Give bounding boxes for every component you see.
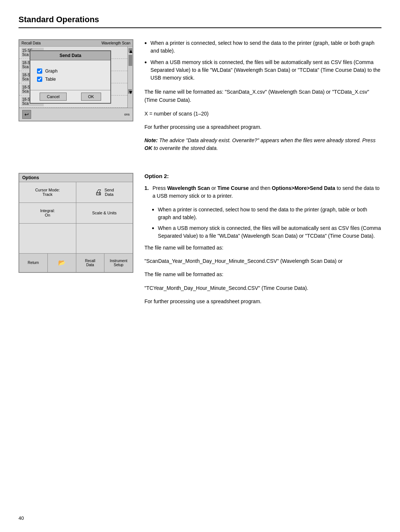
bottom-left-panel: Options Cursor Mode:Track 🖨 SendData Int…: [19, 173, 133, 311]
options-header: Options: [19, 174, 133, 182]
wavelength-label: Wavelength Scan: [101, 41, 130, 45]
options-footer: Return 📂 RecallData InstrumentSetup: [19, 254, 133, 272]
scrollbar[interactable]: ▲ ▼: [127, 47, 133, 108]
page-title: Standard Operations: [19, 15, 99, 24]
bottom-right-panel: Option 2: 1. Press Wavelength Scan or Ti…: [144, 173, 381, 311]
send-data-cell[interactable]: 🖨 SendData: [76, 182, 133, 203]
cursor-mode-cell[interactable]: Cursor Mode:Track: [19, 182, 76, 203]
sub-bullet-1: When a printer is connected, select how …: [152, 206, 381, 221]
back-arrow-button[interactable]: ↩: [22, 110, 31, 119]
top-para-3: For further processing use a spreadsheet…: [144, 123, 381, 131]
page-number: 40: [19, 515, 24, 521]
scroll-down[interactable]: ▼: [128, 89, 132, 94]
empty-cell-1: [19, 224, 76, 253]
dialog-body: Graph Table: [30, 60, 110, 90]
empty-cell-2: [76, 224, 133, 253]
graph-label: Graph: [45, 68, 57, 74]
screen-bottom-bar: ↩ ons: [19, 108, 133, 121]
return-label: Return: [28, 261, 39, 265]
note-bold: Note:: [144, 137, 158, 143]
bullet-item-1: When a printer is connected, select how …: [144, 39, 381, 55]
top-bullet-list: When a printer is connected, select how …: [144, 39, 381, 82]
sub-bullet-2-text: When a USB memory stick is connected, th…: [158, 224, 381, 240]
table-label: Table: [45, 77, 56, 82]
graph-checkbox[interactable]: [37, 68, 42, 74]
sub-bullet-1-text: When a printer is connected, select how …: [158, 206, 381, 221]
step-1: 1. Press Wavelength Scan or Time Course …: [144, 184, 381, 200]
integral-cell[interactable]: Integral:On: [19, 203, 76, 223]
sub-bullet-list: When a printer is connected, select how …: [152, 206, 381, 240]
scale-units-cell[interactable]: Scale & Units: [76, 203, 133, 223]
numbered-list: 1. Press Wavelength Scan or Time Course …: [144, 184, 381, 200]
note-text: Note: The advice "Data already exist. Ov…: [144, 137, 381, 152]
bottom-para-5: For further processing use a spreadsheet…: [144, 297, 381, 305]
cursor-mode-label: Cursor Mode:Track: [35, 188, 60, 197]
folder-icon: 📂: [58, 259, 66, 266]
option2-header: Option 2:: [144, 173, 381, 179]
bottom-para-2: "ScanData_Year_Month_Day_Hour_Minute_Sec…: [144, 257, 381, 265]
instrument-setup-button[interactable]: InstrumentSetup: [104, 254, 133, 272]
bullet-2-text: When a USB memory stick is connected, th…: [150, 58, 381, 82]
recall-data-button[interactable]: RecallData: [76, 254, 104, 272]
sub-bullet-2: When a USB memory stick is connected, th…: [152, 224, 381, 240]
instrument-setup-label: InstrumentSetup: [110, 259, 127, 267]
ok-button[interactable]: OK: [81, 93, 101, 101]
options-grid: Cursor Mode:Track 🖨 SendData Integral:On…: [19, 182, 133, 254]
folder-button[interactable]: 📂: [48, 254, 76, 272]
send-icon: 🖨: [95, 188, 102, 197]
scale-units-label: Scale & Units: [92, 211, 117, 215]
bullet-item-2: When a USB memory stick is connected, th…: [144, 58, 381, 82]
top-section: Recall Data Wavelength Scan 15-SESca 18-…: [19, 39, 381, 160]
dialog-title: Send Data: [30, 51, 110, 60]
table-checkbox[interactable]: [37, 77, 42, 82]
send-data-label: SendData: [104, 188, 114, 197]
options-more-bold: Options>More>Send Data: [272, 185, 335, 191]
return-button[interactable]: Return: [19, 254, 47, 272]
scroll-up[interactable]: ▲: [129, 48, 132, 53]
wavelength-scan-bold: Wavelength Scan: [167, 185, 210, 191]
bottom-section: Options Cursor Mode:Track 🖨 SendData Int…: [19, 173, 381, 311]
page-header: Standard Operations: [19, 15, 381, 28]
ok-bold: OK: [144, 145, 152, 151]
cancel-button[interactable]: Cancel: [40, 93, 66, 101]
recall-data-label: RecallData: [85, 259, 95, 267]
step-1-text: Press Wavelength Scan or Time Course and…: [153, 184, 381, 200]
step-number: 1.: [144, 184, 149, 200]
bullet-1-text: When a printer is connected, select how …: [150, 39, 381, 55]
ons-label: ons: [124, 113, 130, 116]
note-content: The advice "Data already exist. Overwrit…: [144, 137, 376, 151]
integral-label: Integral:On: [40, 208, 55, 217]
top-para-1: The file name will be formatted as: "Sca…: [144, 88, 381, 104]
table-checkbox-row: Table: [37, 77, 104, 82]
bottom-para-3: The file name will be formatted as:: [144, 270, 381, 278]
top-right-panel: When a printer is connected, select how …: [144, 39, 381, 160]
time-course-bold: Time Course: [217, 185, 249, 191]
graph-checkbox-row: Graph: [37, 68, 104, 74]
screen-top-bar: Recall Data Wavelength Scan: [19, 40, 133, 47]
top-para-2: X = number of scans (1–20): [144, 110, 381, 118]
bottom-para-4: "TCYear_Month_Day_Hour_Minute_Second.CSV…: [144, 284, 381, 292]
dialog-buttons: Cancel OK: [30, 90, 110, 103]
scroll-thumb: [129, 55, 132, 66]
send-data-dialog: Send Data Graph Table Cancel OK: [30, 50, 111, 104]
bottom-para-1: The file name will be formatted as:: [144, 244, 381, 252]
top-left-panel: Recall Data Wavelength Scan 15-SESca 18-…: [19, 39, 133, 160]
recall-screen: Recall Data Wavelength Scan 15-SESca 18-…: [19, 39, 133, 121]
recall-label: Recall Data: [21, 41, 41, 45]
options-screen: Options Cursor Mode:Track 🖨 SendData Int…: [19, 173, 133, 273]
